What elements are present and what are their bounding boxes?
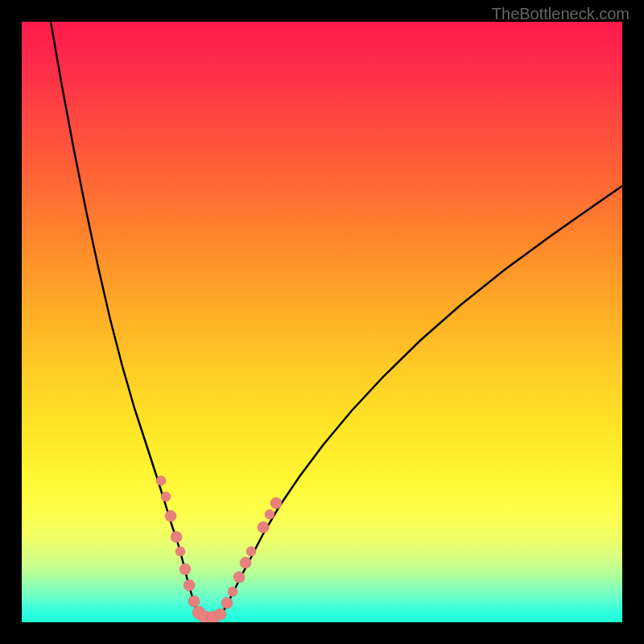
data-marker — [184, 580, 195, 591]
data-marker — [215, 609, 226, 620]
curve-right-curve — [218, 186, 622, 619]
data-marker — [161, 492, 171, 502]
data-marker — [228, 587, 237, 597]
data-marker — [240, 557, 251, 568]
data-marker — [265, 510, 275, 519]
watermark-text: TheBottleneck.com — [492, 5, 630, 23]
data-marker — [246, 547, 256, 556]
data-marker — [258, 522, 269, 533]
chart-svg — [22, 22, 622, 622]
curve-left-curve — [51, 22, 202, 619]
data-marker — [156, 476, 166, 485]
data-marker — [165, 510, 176, 522]
data-marker — [270, 497, 282, 509]
data-marker — [171, 531, 182, 543]
data-marker — [175, 547, 185, 556]
data-marker — [188, 596, 200, 607]
data-marker — [180, 564, 191, 575]
data-marker — [233, 572, 245, 583]
chart-plot-area — [22, 22, 622, 622]
data-marker — [221, 597, 233, 609]
